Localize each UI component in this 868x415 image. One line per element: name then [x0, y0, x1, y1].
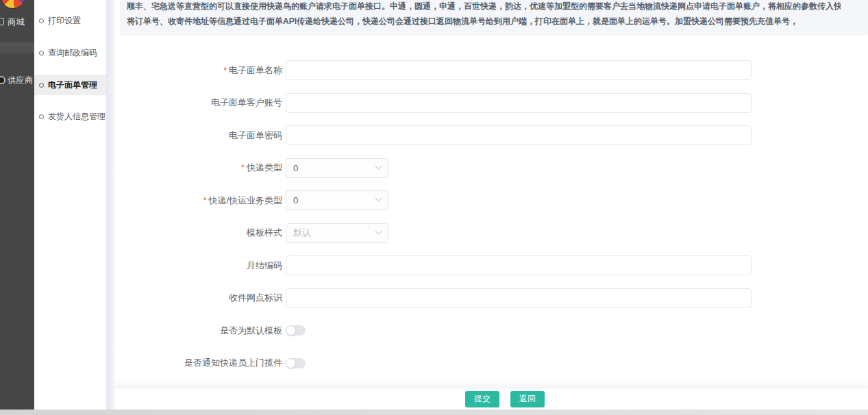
customer-account-input[interactable] — [286, 93, 752, 113]
circle-icon — [39, 51, 44, 55]
field-label: 模板样式 — [114, 227, 282, 239]
default-template-switch[interactable] — [286, 325, 306, 336]
description-line-2: 将订单号、收寄件地址等信息通过电子面单API传递给快递公司，快递公司会通过接口返… — [127, 14, 841, 29]
business-type-select[interactable]: 0 — [286, 190, 388, 210]
form-row-template-style: 模板样式 默认 — [114, 223, 868, 243]
required-asterisk: * — [241, 163, 245, 173]
submenu-item-label: 打印设置 — [48, 15, 81, 27]
main-content: 顺丰、宅急送等直营型的可以直接使用快递鸟的账户请求电子面单接口。中通，圆通，申通… — [114, 0, 868, 410]
field-label: 电子面单客户账号 — [114, 97, 282, 109]
chevron-down-icon — [375, 162, 382, 169]
circle-icon — [39, 83, 44, 88]
supplier-icon — [0, 76, 5, 84]
form-row-receive-site: 收件网点标识 — [114, 288, 868, 308]
field-label: 月结编码 — [114, 260, 282, 272]
waybill-password-input[interactable] — [286, 125, 752, 145]
notify-courier-switch[interactable] — [286, 358, 306, 368]
express-type-select[interactable]: 0 — [286, 158, 388, 178]
store-icon — [0, 18, 4, 25]
form-row-waybill-password: 电子面单密码 — [114, 125, 868, 145]
main-sidebar: 商城 供应商 — [0, 0, 34, 410]
form-row-default-template: 是否为默认模板 — [114, 320, 868, 340]
monthly-code-input[interactable] — [286, 255, 752, 275]
submenu-item-label: 查询邮政编码 — [48, 47, 97, 59]
menu-content-divider — [106, 0, 114, 410]
app-logo[interactable] — [1, 0, 25, 9]
ewaybill-form: * 电子面单名称 电子面单客户账号 电子面单密码 * — [114, 60, 868, 386]
field-label: 收件网点标识 — [114, 292, 282, 304]
form-row-monthly-code: 月结编码 — [114, 255, 868, 275]
switch-knob — [286, 325, 296, 336]
select-value: 0 — [293, 163, 298, 173]
select-value: 0 — [293, 195, 298, 205]
required-asterisk: * — [203, 196, 207, 205]
sidebar-item-supplier[interactable]: 供应商 — [0, 73, 34, 87]
field-label: * 快递类型 — [114, 162, 282, 174]
submenu-item-ewaybill-management[interactable]: 电子面单管理 — [34, 75, 106, 95]
form-row-notify-courier: 是否通知快递员上门揽件 — [114, 353, 868, 373]
submenu-item-postcode-query[interactable]: 查询邮政编码 — [34, 42, 106, 63]
form-row-express-type: * 快递类型 0 — [114, 158, 868, 178]
window-bottom-edge — [0, 410, 868, 415]
description-line-1: 顺丰、宅急送等直营型的可以直接使用快递鸟的账户请求电子面单接口。中通，圆通，申通… — [127, 0, 841, 14]
receive-site-input[interactable] — [286, 288, 752, 308]
chevron-down-icon — [375, 227, 382, 234]
form-footer: 提交 返回 — [114, 388, 868, 410]
sidebar-item-mall[interactable]: 商城 — [0, 15, 34, 29]
app-window: 商城 供应商 打印设置 查询邮政编码 电子面单管理 发货人信息管理 顺丰、宅急 — [0, 0, 868, 415]
sidebar-item-label: 商城 — [8, 16, 25, 28]
sidebar-divider — [0, 42, 34, 53]
description-box: 顺丰、宅急送等直营型的可以直接使用快递鸟的账户请求电子面单接口。中通，圆通，申通… — [120, 0, 868, 36]
template-style-select[interactable]: 默认 — [286, 223, 388, 243]
circle-icon — [39, 114, 44, 119]
select-value: 默认 — [293, 227, 311, 239]
form-row-business-type: * 快递/快运业务类型 0 — [114, 190, 868, 210]
field-label: * 电子面单名称 — [114, 64, 282, 77]
switch-knob — [286, 358, 296, 368]
form-row-waybill-name: * 电子面单名称 — [114, 60, 868, 80]
field-label: 是否通知快递员上门揽件 — [114, 357, 282, 369]
sidebar-item-label: 供应商 — [8, 75, 34, 86]
back-button[interactable]: 返回 — [510, 391, 545, 407]
required-asterisk: * — [223, 66, 227, 75]
submenu-item-label: 发货人信息管理 — [48, 111, 106, 123]
submenu-item-print-settings[interactable]: 打印设置 — [34, 10, 106, 31]
form-row-customer-account: 电子面单客户账号 — [114, 93, 868, 113]
circle-icon — [39, 18, 44, 23]
field-label: * 快递/快运业务类型 — [114, 194, 282, 207]
electronic-waybill-name-input[interactable] — [286, 60, 752, 80]
submenu-item-sender-info[interactable]: 发货人信息管理 — [34, 106, 106, 127]
field-label: 是否为默认模板 — [114, 325, 282, 337]
field-label: 电子面单密码 — [114, 129, 282, 142]
submenu-item-label: 电子面单管理 — [48, 79, 97, 91]
chevron-down-icon — [375, 195, 382, 202]
submit-button[interactable]: 提交 — [465, 391, 499, 407]
secondary-menu: 打印设置 查询邮政编码 电子面单管理 发货人信息管理 — [34, 0, 106, 410]
